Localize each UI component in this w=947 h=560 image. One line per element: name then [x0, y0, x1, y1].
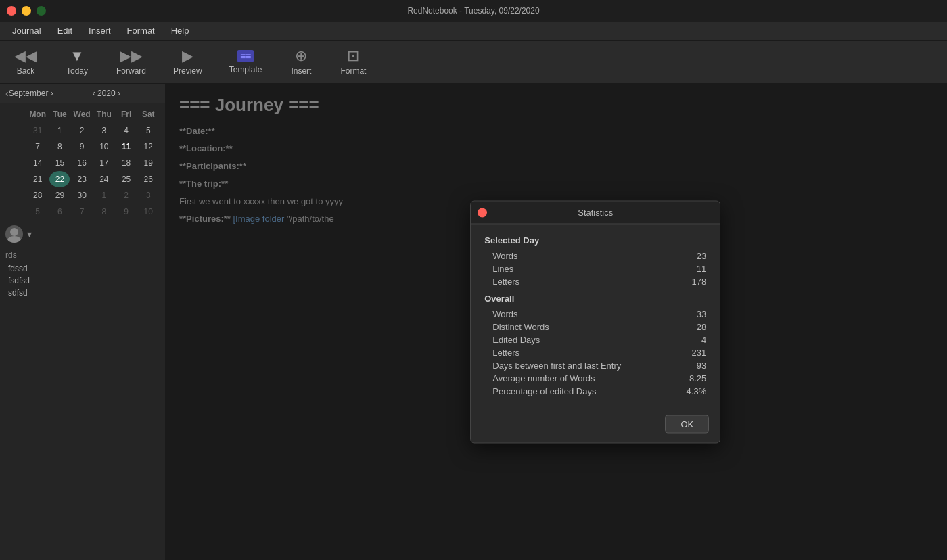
cal-day — [5, 187, 26, 204]
cal-day[interactable]: 5 — [138, 122, 158, 139]
cal-header-thu: Thu — [94, 106, 114, 122]
today-button[interactable]: ▼ Today — [58, 46, 96, 78]
stat-value-pct-edited: 4.3% — [687, 386, 707, 396]
back-icon: ◀◀ — [14, 49, 37, 64]
close-button[interactable] — [7, 6, 16, 16]
today-icon: ▼ — [70, 49, 85, 64]
cal-day[interactable]: 10 — [94, 139, 114, 155]
tag-dropdown-arrow[interactable]: ▾ — [27, 229, 32, 239]
cal-day[interactable]: 28 — [28, 187, 48, 204]
cal-day[interactable]: 15 — [49, 155, 70, 171]
cal-day[interactable]: 23 — [72, 171, 92, 187]
cal-day-today[interactable]: 11 — [116, 139, 137, 155]
overall-header: Overall — [484, 294, 706, 304]
cal-day[interactable]: 2 — [72, 122, 92, 139]
tag-item-1[interactable]: fdssd — [5, 262, 160, 275]
menu-edit[interactable]: Edit — [51, 24, 79, 38]
cal-day[interactable]: 9 — [72, 139, 92, 155]
tag-cloud: ▾ — [0, 223, 165, 246]
cal-day[interactable]: 18 — [116, 155, 137, 171]
back-button[interactable]: ◀◀ Back — [7, 46, 45, 78]
cal-day — [5, 171, 26, 187]
cal-day[interactable]: 19 — [138, 155, 158, 171]
selected-day-header: Selected Day — [484, 235, 706, 246]
stat-value-words-selected: 23 — [697, 251, 706, 261]
preview-button[interactable]: ▶ Preview — [166, 46, 209, 78]
cal-day[interactable]: 29 — [49, 187, 70, 204]
statistics-dialog: Statistics Selected Day Words 23 Lines 1… — [470, 201, 720, 444]
calendar-day-headers: Mon Tue Wed Thu Fri Sat — [5, 106, 160, 122]
ok-button[interactable]: OK — [665, 415, 709, 434]
cal-day — [5, 155, 26, 171]
cal-day[interactable]: 8 — [49, 139, 70, 155]
stat-row-edited-days: Edited Days 4 — [484, 333, 706, 346]
cal-day[interactable]: 6 — [49, 204, 70, 220]
cal-day[interactable]: 12 — [138, 139, 158, 155]
cal-day[interactable]: 16 — [72, 155, 92, 171]
calendar-week-6: 5 6 7 8 9 10 — [5, 204, 160, 220]
cal-day[interactable]: 21 — [28, 171, 48, 187]
cal-day[interactable]: 2 — [116, 187, 137, 204]
cal-day[interactable]: 5 — [28, 204, 48, 220]
cal-day[interactable]: 4 — [116, 122, 137, 139]
forward-label: Forward — [116, 66, 146, 76]
title-bar: RedNotebook - Tuesday, 09/22/2020 — [0, 0, 947, 22]
cal-day[interactable]: 7 — [28, 139, 48, 155]
cal-day[interactable]: 26 — [138, 171, 158, 187]
tag-item-2[interactable]: fsdfsd — [5, 275, 160, 287]
tag-avatar — [5, 225, 23, 243]
content-area[interactable]: === Journey === **Date:** **Location:** … — [166, 84, 947, 560]
calendar-week-3: 14 15 16 17 18 19 — [5, 155, 160, 171]
cal-day[interactable]: 24 — [94, 171, 114, 187]
stat-row-words-overall: Words 33 — [484, 308, 706, 321]
dialog-footer: OK — [471, 409, 720, 443]
tag-section: rds fdssd fsdfsd sdfsd — [0, 246, 165, 303]
cal-day[interactable]: 3 — [94, 122, 114, 139]
stat-label-edited-days: Edited Days — [492, 335, 540, 345]
stat-row-days-between: Days between first and last Entry 93 — [484, 359, 706, 372]
menu-insert[interactable]: Insert — [82, 24, 118, 38]
tag-item-3[interactable]: sdfsd — [5, 287, 160, 299]
cal-day[interactable]: 31 — [28, 122, 48, 139]
stat-label-lines: Lines — [492, 264, 513, 274]
menu-help[interactable]: Help — [164, 24, 196, 38]
stat-value-letters-selected: 178 — [692, 277, 707, 287]
cal-day[interactable]: 10 — [138, 204, 158, 220]
sidebar: ‹ September › ‹ 2020 › Mon Tue Wed Thu F… — [0, 84, 166, 560]
menu-format[interactable]: Format — [120, 24, 162, 38]
stat-row-avg-words: Average number of Words 8.25 — [484, 372, 706, 385]
cal-day-selected[interactable]: 22 — [49, 171, 70, 187]
cal-day[interactable]: 17 — [94, 155, 114, 171]
cal-header-sat: Sat — [138, 106, 158, 122]
cal-day[interactable]: 30 — [72, 187, 92, 204]
stat-label-distinct-words: Distinct Words — [492, 322, 549, 332]
stat-value-letters-overall: 231 — [692, 348, 707, 358]
cal-day[interactable]: 8 — [94, 204, 114, 220]
maximize-button — [37, 6, 46, 16]
forward-button[interactable]: ▶▶ Forward — [110, 46, 153, 78]
template-button[interactable]: ≡≡ Template — [223, 47, 269, 77]
insert-button[interactable]: ⊕ Insert — [282, 46, 320, 78]
dialog-close-button[interactable] — [478, 208, 487, 217]
calendar-week-2: 7 8 9 10 11 12 — [5, 139, 160, 155]
format-label: Format — [340, 66, 366, 76]
cal-day[interactable]: 9 — [116, 204, 137, 220]
cal-day[interactable]: 25 — [116, 171, 137, 187]
stat-row-letters-overall: Letters 231 — [484, 346, 706, 359]
dialog-body: Selected Day Words 23 Lines 11 Letters 1… — [471, 225, 720, 409]
menu-journal[interactable]: Journal — [5, 24, 48, 38]
stat-row-lines: Lines 11 — [484, 262, 706, 275]
cal-day[interactable]: 7 — [72, 204, 92, 220]
minimize-button[interactable] — [22, 6, 31, 16]
cal-day[interactable]: 1 — [94, 187, 114, 204]
cal-day[interactable]: 3 — [138, 187, 158, 204]
window-title: RedNotebook - Tuesday, 09/22/2020 — [407, 6, 539, 16]
cal-day[interactable]: 1 — [49, 122, 70, 139]
format-button[interactable]: ⊡ Format — [333, 46, 373, 78]
stat-row-distinct-words: Distinct Words 28 — [484, 321, 706, 333]
cal-header-tue: Tue — [49, 106, 70, 122]
cal-header-mon: Mon — [28, 106, 48, 122]
cal-day[interactable] — [5, 122, 26, 139]
cal-header-empty — [5, 106, 26, 122]
cal-day[interactable]: 14 — [28, 155, 48, 171]
